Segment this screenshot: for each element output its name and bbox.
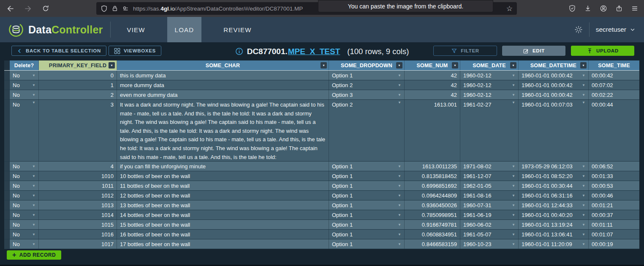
time-cell[interactable]: 00:00:44	[589, 100, 639, 161]
datetime-cell[interactable]: 1960-01-01 00:30:44▼	[519, 181, 589, 190]
cell-dropdown-caret-icon[interactable]: ▼	[509, 233, 515, 236]
char-cell[interactable]: 17 bottles of beer on the wall	[117, 239, 329, 249]
delete-select[interactable]: No▼	[10, 220, 39, 229]
add-record-button[interactable]: + ADD RECORD	[7, 250, 61, 260]
char-cell[interactable]: 13 bottles of beer on the wall	[117, 200, 329, 210]
delete-select[interactable]: No▼	[10, 71, 39, 80]
cell-dropdown-caret-icon[interactable]: ▼	[579, 242, 585, 246]
datetime-cell[interactable]: 1960-01-01 13:06:41▼	[519, 230, 589, 239]
cell-dropdown-caret-icon[interactable]: ▼	[395, 174, 401, 178]
dropdown-select[interactable]: Option 3▼	[329, 90, 405, 99]
upload-button[interactable]: UPLOAD	[571, 46, 634, 56]
cell-dropdown-caret-icon[interactable]: ▼	[579, 74, 585, 77]
datetime-cell[interactable]: 1960-01-01 00:40:20▼	[519, 210, 589, 219]
cell-dropdown-caret-icon[interactable]: ▼	[579, 174, 585, 178]
dropdown-select[interactable]: Option 1▼	[329, 171, 405, 181]
cell-dropdown-caret-icon[interactable]: ▼	[509, 165, 515, 168]
app-logo[interactable]: DataController	[8, 21, 103, 38]
char-cell[interactable]: even more dummy data	[117, 90, 329, 99]
cell-dropdown-caret-icon[interactable]: ▼	[30, 184, 35, 188]
date-cell[interactable]: 1960-02-12▼	[460, 80, 519, 90]
pk-cell[interactable]: 0	[39, 71, 117, 80]
pk-cell[interactable]: 3	[39, 100, 117, 161]
delete-select[interactable]: No▼	[10, 80, 39, 90]
column-filter-icon[interactable]: ▼	[396, 62, 402, 69]
cell-dropdown-caret-icon[interactable]: ▼	[395, 93, 401, 97]
cell-dropdown-caret-icon[interactable]: ▼	[579, 213, 585, 217]
row-handle[interactable]	[4, 100, 10, 161]
cell-dropdown-caret-icon[interactable]: ▼	[509, 223, 515, 227]
time-cell[interactable]: 00:01:07	[589, 230, 639, 239]
cell-dropdown-caret-icon[interactable]: ▼	[395, 194, 401, 197]
char-cell[interactable]: 12 bottles of beer on the wall	[117, 191, 329, 200]
time-cell[interactable]: 00:01:11	[589, 220, 639, 229]
date-cell[interactable]: 1960-02-12▼	[460, 90, 519, 99]
cell-dropdown-caret-icon[interactable]: ▼	[30, 83, 35, 87]
dropdown-select[interactable]: Option 1▼	[329, 181, 405, 190]
time-cell[interactable]: 00:00:53	[589, 181, 639, 190]
delete-select[interactable]: No▼	[10, 162, 39, 171]
cell-dropdown-caret-icon[interactable]: ▼	[30, 174, 35, 178]
row-handle[interactable]	[4, 210, 10, 219]
num-cell[interactable]: 0.6996851692	[405, 181, 460, 190]
char-cell[interactable]: It was a dark and stormy night. The wind…	[117, 100, 329, 161]
num-cell[interactable]: 0.8135818452	[405, 171, 460, 181]
row-handle[interactable]	[4, 71, 10, 80]
cell-dropdown-caret-icon[interactable]: ▼	[509, 101, 515, 104]
date-cell[interactable]: 1961-12-07▼	[460, 171, 519, 181]
dropdown-select[interactable]: Option 2▼	[329, 80, 405, 90]
cell-dropdown-caret-icon[interactable]: ▼	[30, 233, 35, 236]
tab-load[interactable]: LOAD	[167, 17, 202, 42]
delete-select[interactable]: No▼	[10, 171, 39, 181]
pk-cell[interactable]: 1012	[39, 191, 117, 200]
num-cell[interactable]: 0.0964244809	[405, 191, 460, 200]
cell-dropdown-caret-icon[interactable]: ▼	[509, 93, 515, 97]
delete-select[interactable]: No▼	[10, 191, 39, 200]
cell-dropdown-caret-icon[interactable]: ▼	[509, 194, 515, 197]
date-cell[interactable]: 1960-02-12▼	[460, 71, 519, 80]
cell-dropdown-caret-icon[interactable]: ▼	[509, 83, 515, 87]
dropdown-select[interactable]: Option 1▼	[329, 200, 405, 210]
datetime-cell[interactable]: 1960-01-01 13:19:24▼	[519, 220, 589, 229]
reload-icon[interactable]	[41, 4, 50, 13]
cell-dropdown-caret-icon[interactable]: ▼	[395, 165, 401, 168]
cell-dropdown-caret-icon[interactable]: ▼	[579, 203, 585, 207]
datetime-cell[interactable]: 1960-01-01 06:31:16▼	[519, 191, 589, 200]
cell-dropdown-caret-icon[interactable]: ▼	[579, 233, 585, 236]
row-handle[interactable]	[4, 220, 10, 229]
row-handle[interactable]	[4, 191, 10, 200]
cell-dropdown-caret-icon[interactable]: ▼	[395, 184, 401, 188]
downloads-icon[interactable]	[584, 4, 592, 13]
cell-dropdown-caret-icon[interactable]: ▼	[509, 203, 515, 207]
cell-dropdown-caret-icon[interactable]: ▼	[395, 242, 401, 246]
column-filter-icon[interactable]: ▼	[109, 62, 115, 69]
cell-dropdown-caret-icon[interactable]: ▼	[509, 184, 515, 188]
time-cell[interactable]: 00:07:02	[589, 80, 639, 90]
time-cell[interactable]: 00:00:42	[589, 71, 639, 80]
num-cell[interactable]: 0.0608834951	[405, 230, 460, 239]
date-cell[interactable]: 1961-06-19▼	[460, 210, 519, 219]
char-cell[interactable]: 15 bottles of beer on the wall	[117, 220, 329, 229]
cell-dropdown-caret-icon[interactable]: ▼	[579, 194, 585, 197]
menu-hamburger-icon[interactable]	[631, 4, 639, 13]
cell-dropdown-caret-icon[interactable]: ▼	[395, 213, 401, 217]
datetime-cell[interactable]: 1960-01-01 00:00:42▼	[519, 80, 589, 90]
time-cell[interactable]: 00:06:52	[589, 162, 639, 171]
char-cell[interactable]: 14 bottles of beer on the wall	[117, 210, 329, 219]
delete-select[interactable]: No▼	[10, 230, 39, 239]
date-cell[interactable]: 1960-07-31▼	[460, 200, 519, 210]
delete-select[interactable]: No▼	[10, 239, 39, 249]
lock-icon[interactable]	[111, 5, 118, 12]
cell-dropdown-caret-icon[interactable]: ▼	[395, 83, 401, 87]
time-cell[interactable]: 00:00:19	[589, 239, 639, 249]
datetime-cell[interactable]: 1973-05-29 06:12:03▼	[519, 162, 589, 171]
dropdown-select[interactable]: Option 1▼	[329, 210, 405, 219]
cell-dropdown-caret-icon[interactable]: ▼	[509, 242, 515, 246]
cell-dropdown-caret-icon[interactable]: ▼	[395, 233, 401, 236]
date-cell[interactable]: 1971-08-02▼	[460, 162, 519, 171]
cell-dropdown-caret-icon[interactable]: ▼	[395, 101, 401, 104]
pk-cell[interactable]: 1014	[39, 210, 117, 219]
cell-dropdown-caret-icon[interactable]: ▼	[30, 213, 35, 217]
dropdown-select[interactable]: Option 1▼	[329, 220, 405, 229]
char-cell[interactable]: more dummy data	[117, 80, 329, 90]
